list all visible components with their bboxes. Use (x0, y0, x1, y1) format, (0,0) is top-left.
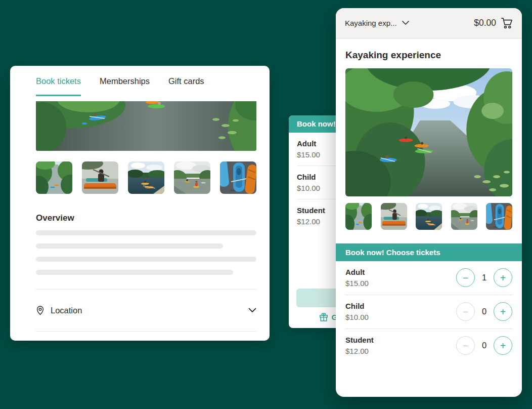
quantity-stepper: − 0 + (456, 336, 512, 355)
booking-page-card: Book tickets Memberships Gift cards Over… (10, 66, 270, 341)
location-label: Location (51, 306, 82, 315)
quantity-stepper: − 0 + (456, 302, 512, 321)
experience-title: Kayaking experience (345, 50, 512, 61)
location-accordion[interactable]: Location (36, 290, 256, 332)
thumbnail-lake[interactable] (128, 161, 164, 194)
chevron-down-icon (402, 21, 409, 25)
decrease-quantity-button[interactable]: − (456, 302, 475, 321)
text-placeholder-bar (36, 257, 256, 262)
ticket-row-child: Child $10.00 − 0 + (345, 295, 512, 329)
quantity-stepper: − 1 + (456, 268, 512, 287)
thumbnail-lake[interactable] (416, 203, 442, 230)
thumbnail-kayaks-closeup[interactable] (486, 203, 512, 230)
ticket-price: $12.00 (345, 347, 374, 355)
ticket-name: Child (345, 302, 369, 310)
ticket-row-adult: Adult $15.00 − 1 + (345, 261, 512, 295)
cart-button[interactable]: $0.00 (474, 17, 513, 29)
product-selector[interactable]: Kayaking exp... (345, 19, 409, 27)
thumbnail-person-kayak[interactable] (82, 161, 118, 194)
experience-main-photo (345, 68, 512, 196)
ticket-price: $15.00 (345, 279, 369, 288)
chevron-down-icon (248, 308, 256, 313)
decrease-quantity-button[interactable]: − (456, 336, 475, 355)
thumbnail-strip (36, 161, 256, 194)
cart-icon (501, 17, 513, 29)
increase-quantity-button[interactable]: + (494, 302, 512, 321)
decrease-quantity-button[interactable]: − (456, 268, 475, 287)
thumbnail-river[interactable] (36, 161, 72, 194)
tab-bar: Book tickets Memberships Gift cards (10, 66, 270, 96)
increase-quantity-button[interactable]: + (494, 268, 512, 287)
quantity-value: 1 (481, 273, 487, 282)
thumbnail-river[interactable] (345, 203, 372, 230)
ticket-list: Adult $15.00 − 1 + Child $10.00 − 0 + St… (345, 261, 512, 362)
thumbnail-cloudy-river[interactable] (451, 203, 477, 230)
increase-quantity-button[interactable]: + (494, 336, 512, 355)
ticket-name: Student (345, 336, 374, 344)
ticket-price: $10.00 (345, 313, 369, 321)
cart-total: $0.00 (474, 18, 496, 28)
thumbnail-cloudy-river[interactable] (174, 161, 210, 194)
text-placeholder-bar (36, 243, 223, 249)
ticket-row-student: Student $12.00 − 0 + (345, 329, 512, 362)
text-placeholder-bar (36, 230, 256, 235)
book-now-banner: Book now! Choose tickets (336, 243, 522, 261)
thumbnail-person-kayak[interactable] (381, 203, 407, 230)
map-pin-icon (36, 306, 45, 315)
thumbnail-strip (345, 203, 512, 230)
product-selector-value: Kayaking exp... (345, 19, 397, 27)
gift-icon (319, 313, 328, 321)
widget-header: Kayaking exp... $0.00 (336, 8, 522, 38)
booking-widget: Kayaking exp... $0.00 Kayaking experienc… (336, 8, 522, 397)
tab-memberships[interactable]: Memberships (100, 66, 150, 96)
overview-heading: Overview (36, 213, 256, 223)
quantity-value: 0 (481, 341, 487, 350)
text-placeholder-bar (36, 270, 233, 275)
thumbnail-kayaks-closeup[interactable] (220, 161, 256, 194)
main-photo (36, 101, 256, 151)
ticket-name: Adult (345, 268, 369, 276)
quantity-value: 0 (481, 307, 487, 316)
tab-gift-cards[interactable]: Gift cards (168, 66, 204, 96)
tab-book-tickets[interactable]: Book tickets (36, 66, 81, 96)
